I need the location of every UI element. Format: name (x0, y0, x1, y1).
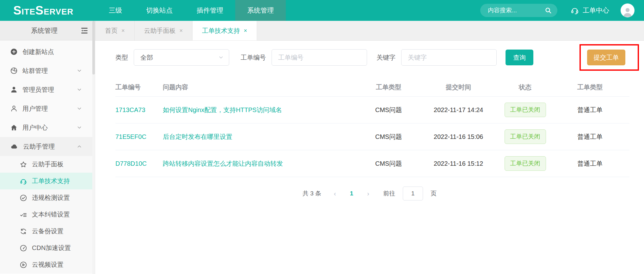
ticket-id-link[interactable]: 1713CA73 (115, 106, 163, 114)
tab-工单技术支持[interactable]: 工单技术支持 × (193, 21, 257, 40)
sidebar-item-创建新站点[interactable]: 创建新站点 (0, 42, 95, 61)
chevron-down-icon (77, 68, 82, 74)
sidebar-title: 系统管理 (0, 26, 80, 35)
ticket-content-link[interactable]: 后台定时发布在哪里设置 (163, 133, 360, 141)
top-navbar: SITESERVER 三级切换站点插件管理系统管理 工单中心 (0, 0, 644, 21)
sidebar-item-云视频设置[interactable]: 云视频设置 (0, 256, 95, 273)
prev-page-icon[interactable]: ‹ (329, 190, 340, 197)
sidebar: 系统管理 创建新站点 站群管理 管理员管理 用户管理 用户中心 云助手管理 云助… (0, 21, 95, 274)
ticket-time-cell: 2022-11-16 15:06 (417, 133, 500, 140)
status-badge: 工单已关闭 (505, 103, 546, 117)
nav-item-插件管理[interactable]: 插件管理 (185, 0, 235, 21)
next-page-icon[interactable]: › (363, 190, 374, 197)
order-no-input[interactable] (272, 49, 367, 66)
user-icon (10, 105, 18, 112)
ticket-status-cell: 工单已关闭 (500, 156, 550, 171)
play-circle-icon (20, 261, 27, 269)
keyword-input[interactable] (401, 49, 497, 66)
chevron-up-icon (77, 144, 82, 149)
chevron-down-icon (77, 87, 82, 92)
sidebar-item-CDN加速设置[interactable]: CDN加速设置 (0, 240, 95, 256)
sidebar-item-云助手面板[interactable]: 云助手面板 (0, 156, 95, 173)
table-row: 71E5EF0C 后台定时发布在哪里设置 CMS问题 2022-11-16 15… (115, 123, 629, 150)
page-unit-label: 页 (431, 189, 437, 198)
type-select[interactable]: 全部 (134, 49, 229, 66)
chevron-down-icon (218, 55, 224, 60)
ticket-type-cell: CMS问题 (360, 133, 417, 141)
ticket-type-cell: CMS问题 (360, 159, 417, 168)
sidebar-scrollbar[interactable] (92, 21, 95, 274)
col-header-3: 提交时间 (417, 83, 500, 92)
status-badge: 工单已关闭 (505, 156, 546, 171)
sidebar-item-站群管理[interactable]: 站群管理 (0, 61, 95, 80)
star-icon (20, 161, 27, 168)
ticket-center-label: 工单中心 (583, 6, 609, 15)
ticket-status-cell: 工单已关闭 (500, 103, 550, 117)
sidebar-item-工单技术支持[interactable]: 工单技术支持 (0, 173, 95, 189)
sidebar-item-云备份设置[interactable]: 云备份设置 (0, 223, 95, 240)
ticket-content-link[interactable]: 如何设置Nginx配置，支持HTTPS访问域名 (163, 106, 360, 114)
sidebar-item-用户管理[interactable]: 用户管理 (0, 99, 95, 118)
gauge-icon (20, 244, 27, 252)
goto-page-input[interactable] (403, 187, 423, 200)
sidebar-item-违规检测设置[interactable]: 违规检测设置 (0, 189, 95, 206)
check-circle-icon (20, 194, 27, 202)
admin-icon (10, 86, 18, 93)
type-label: 类型 (115, 53, 128, 62)
keyword-label: 关键字 (377, 53, 396, 62)
col-header-2: 工单类型 (360, 83, 417, 92)
search-input[interactable] (488, 7, 545, 14)
ticket-category-cell: 普通工单 (550, 159, 629, 168)
sidebar-item-用户中心[interactable]: 用户中心 (0, 118, 95, 137)
submit-ticket-button[interactable]: 提交工单 (587, 50, 625, 65)
ticket-status-cell: 工单已关闭 (500, 129, 550, 144)
tab-close-icon[interactable]: × (121, 27, 125, 34)
sidebar-item-云助手管理[interactable]: 云助手管理 (0, 137, 95, 156)
col-header-0: 工单编号 (115, 83, 163, 92)
table-row: D778D10C 跨站转移内容设置怎么才能让内容自动转发 CMS问题 2022-… (115, 150, 629, 177)
search-button[interactable]: 查询 (506, 50, 533, 65)
sidebar-submenu: 云助手面板 工单技术支持 违规检测设置 文本纠错设置 云备份设置 CDN加速设置… (0, 156, 95, 273)
tab-close-icon[interactable]: × (180, 27, 183, 34)
current-page[interactable]: 1 (345, 190, 359, 197)
col-header-5: 工单类型 (550, 83, 629, 92)
sidebar-item-管理员管理[interactable]: 管理员管理 (0, 80, 95, 99)
tab-首页[interactable]: 首页 × (95, 21, 135, 40)
table-body: 1713CA73 如何设置Nginx配置，支持HTTPS访问域名 CMS问题 2… (115, 97, 629, 177)
ticket-id-link[interactable]: 71E5EF0C (115, 133, 163, 140)
content-search[interactable] (480, 4, 557, 17)
person-icon (622, 6, 634, 17)
ticket-time-cell: 2022-11-17 14:24 (417, 106, 500, 114)
navbar-menu: 三级切换站点插件管理系统管理 (97, 0, 286, 21)
nav-item-系统管理[interactable]: 系统管理 (235, 0, 286, 21)
avatar[interactable] (621, 3, 635, 17)
tab-bar: 首页 × 云助手面板 × 工单技术支持 × (95, 21, 644, 41)
pagination: 共 3 条 ‹ 1 › 前往 页 (95, 187, 644, 200)
sidebar-item-文本纠错设置[interactable]: 文本纠错设置 (0, 206, 95, 223)
ticket-type-cell: CMS问题 (360, 106, 417, 114)
chevron-down-icon (77, 106, 82, 111)
tab-close-icon[interactable]: × (244, 27, 247, 34)
sidebar-collapse-icon[interactable] (80, 27, 89, 35)
headset-icon (571, 6, 579, 15)
nav-item-三级[interactable]: 三级 (97, 0, 134, 21)
ticket-category-cell: 普通工单 (550, 106, 629, 114)
globe-icon (10, 67, 18, 74)
table-header-row: 工单编号问题内容工单类型提交时间状态工单类型 (115, 78, 629, 97)
text-check-icon (20, 211, 27, 218)
goto-label: 前往 (383, 189, 395, 198)
ticket-id-link[interactable]: D778D10C (115, 160, 163, 167)
col-header-1: 问题内容 (163, 83, 360, 92)
siteserver-logo[interactable]: SITESERVER (13, 4, 86, 17)
tab-云助手面板[interactable]: 云助手面板 × (135, 21, 193, 40)
order-no-label: 工单编号 (241, 53, 266, 62)
nav-item-切换站点[interactable]: 切换站点 (134, 0, 185, 21)
sidebar-menu: 创建新站点 站群管理 管理员管理 用户管理 用户中心 云助手管理 云助手面板 工… (0, 40, 95, 273)
status-badge: 工单已关闭 (505, 129, 546, 144)
ticket-content-link[interactable]: 跨站转移内容设置怎么才能让内容自动转发 (163, 159, 360, 168)
filter-row: 类型 全部 工单编号 关键字 查询 (115, 49, 644, 66)
pagination-total: 共 3 条 (303, 189, 321, 198)
search-icon[interactable] (545, 7, 552, 14)
ticket-time-cell: 2022-11-16 15:12 (417, 160, 500, 167)
ticket-center-button[interactable]: 工单中心 (571, 6, 609, 15)
